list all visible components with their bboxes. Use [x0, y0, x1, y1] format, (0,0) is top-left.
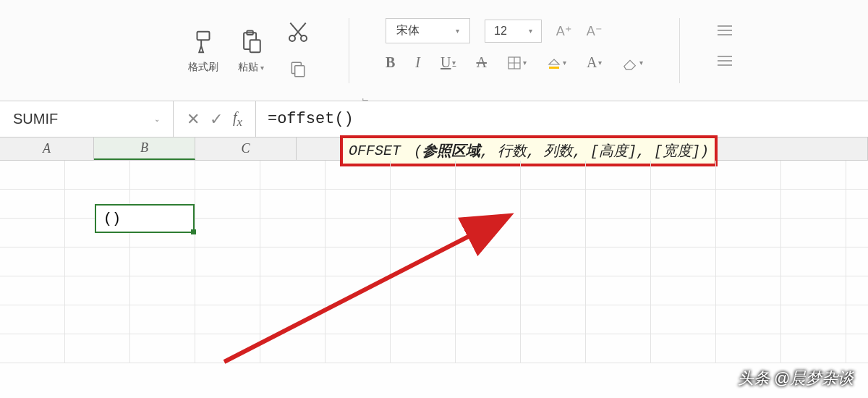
font-size-select[interactable]: 12 ▾: [485, 20, 542, 43]
column-header-a[interactable]: A: [0, 137, 94, 160]
name-box[interactable]: SUMIF ⌄: [0, 101, 174, 137]
scissors-icon: [284, 18, 312, 47]
accept-icon[interactable]: ✓: [210, 110, 223, 129]
underline-button[interactable]: U ▾: [441, 54, 456, 71]
eraser-button[interactable]: ▾: [622, 56, 643, 70]
fill-handle[interactable]: [191, 229, 196, 234]
copy-icon[interactable]: [284, 54, 312, 83]
font-name-value: 宋体: [396, 23, 420, 38]
align-icon[interactable]: [716, 54, 733, 70]
format-brush-icon: [189, 27, 218, 56]
active-cell-value: (): [103, 211, 121, 227]
italic-button[interactable]: I: [415, 54, 420, 71]
svg-rect-3: [250, 40, 260, 52]
column-header-b[interactable]: B: [94, 137, 195, 160]
formula-bar: SUMIF ⌄ ✕ ✓ fx =offset(): [0, 101, 868, 137]
svg-rect-7: [295, 66, 305, 77]
column-headers: A B C OFFSET (参照区域, 行数, 列数, [高度], [宽度]): [0, 137, 868, 161]
paste-button[interactable]: 粘贴▾: [237, 27, 265, 74]
chevron-down-icon: ▾: [260, 64, 264, 72]
column-header-c[interactable]: C: [195, 137, 297, 160]
tooltip-args: (参照区域, 行数, 列数, [高度], [宽度]): [409, 140, 713, 162]
border-button[interactable]: ▾: [507, 56, 527, 70]
active-cell[interactable]: (): [95, 204, 195, 233]
fx-icon[interactable]: fx: [233, 109, 242, 130]
bold-button[interactable]: B: [386, 54, 395, 71]
separator: [679, 18, 680, 83]
cut-button[interactable]: [284, 18, 312, 83]
align-icon[interactable]: [716, 24, 733, 40]
watermark: 头条 @晨梦杂谈: [738, 368, 854, 389]
tooltip-active-arg: 参照区域: [422, 143, 480, 160]
format-brush-button[interactable]: 格式刷: [188, 27, 218, 74]
font-group: 宋体 ▾ 12 ▾ A⁺ A⁻ B I U ▾ A ▾ ▾ A: [386, 18, 643, 71]
svg-rect-0: [197, 32, 210, 40]
font-size-value: 12: [494, 25, 507, 38]
font-name-select[interactable]: 宋体 ▾: [386, 18, 470, 43]
ribbon-toolbar: 格式刷 粘贴▾: [0, 0, 868, 101]
watermark-text: 头条 @晨梦杂谈: [738, 368, 854, 389]
paste-icon: [237, 27, 265, 56]
svg-rect-9: [549, 67, 559, 69]
formula-input[interactable]: =offset(): [256, 110, 868, 128]
increase-font-icon[interactable]: A⁺: [556, 23, 572, 39]
fill-color-button[interactable]: ▾: [547, 56, 566, 70]
font-color-button[interactable]: A ▾: [587, 54, 602, 71]
paste-label: 粘贴▾: [238, 61, 264, 74]
decrease-font-icon[interactable]: A⁻: [587, 23, 603, 39]
chevron-down-icon: ▾: [456, 27, 459, 35]
clipboard-group: 格式刷 粘贴▾: [188, 18, 312, 83]
chevron-down-icon: ⌄: [154, 115, 160, 123]
separator: [349, 18, 349, 83]
tooltip-function-name: OFFSET: [344, 141, 405, 161]
strikethrough-button[interactable]: A: [476, 54, 486, 71]
chevron-down-icon: ▾: [529, 27, 532, 35]
format-brush-label: 格式刷: [188, 61, 218, 74]
expand-icon[interactable]: ⌙: [362, 94, 369, 104]
column-header-rest: OFFSET (参照区域, 行数, 列数, [高度], [宽度]): [297, 137, 868, 160]
cancel-icon[interactable]: ✕: [187, 110, 200, 129]
name-box-value: SUMIF: [13, 111, 58, 127]
spreadsheet-grid[interactable]: (): [0, 161, 868, 363]
formula-buttons: ✕ ✓ fx: [174, 101, 256, 137]
